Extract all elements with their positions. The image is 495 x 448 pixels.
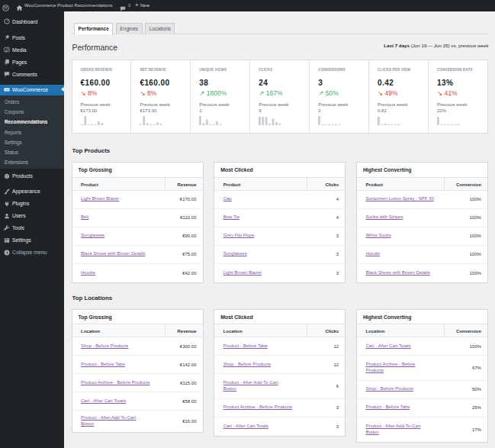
svg-text:W: W [4,5,8,10]
